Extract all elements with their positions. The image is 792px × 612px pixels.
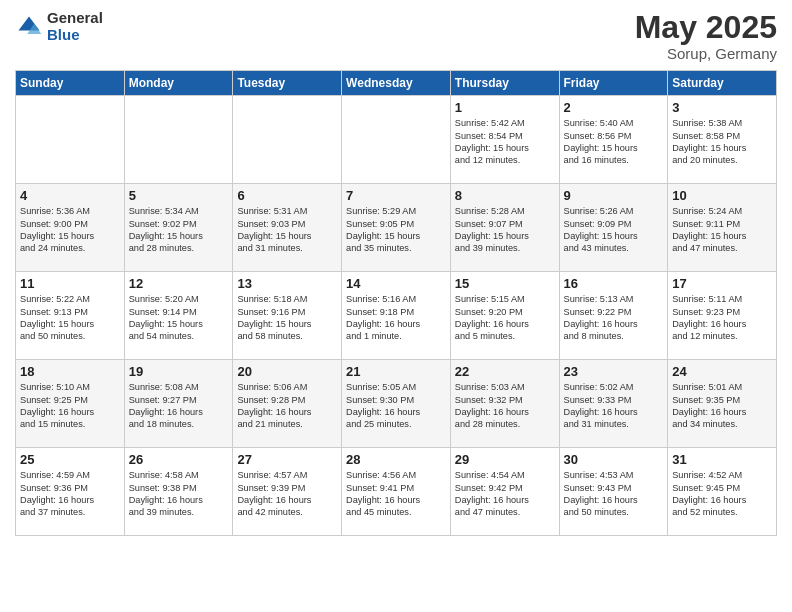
logo: General Blue <box>15 10 103 43</box>
calendar-cell: 17Sunrise: 5:11 AM Sunset: 9:23 PM Dayli… <box>668 272 777 360</box>
day-number: 1 <box>455 100 555 115</box>
calendar-header: Sunday Monday Tuesday Wednesday Thursday… <box>16 71 777 96</box>
calendar-cell: 3Sunrise: 5:38 AM Sunset: 8:58 PM Daylig… <box>668 96 777 184</box>
calendar-cell: 2Sunrise: 5:40 AM Sunset: 8:56 PM Daylig… <box>559 96 668 184</box>
day-content: Sunrise: 5:06 AM Sunset: 9:28 PM Dayligh… <box>237 381 337 431</box>
logo-blue-text: Blue <box>47 27 103 44</box>
day-content: Sunrise: 5:34 AM Sunset: 9:02 PM Dayligh… <box>129 205 229 255</box>
day-content: Sunrise: 5:16 AM Sunset: 9:18 PM Dayligh… <box>346 293 446 343</box>
day-content: Sunrise: 4:52 AM Sunset: 9:45 PM Dayligh… <box>672 469 772 519</box>
day-content: Sunrise: 5:01 AM Sunset: 9:35 PM Dayligh… <box>672 381 772 431</box>
day-number: 19 <box>129 364 229 379</box>
day-number: 10 <box>672 188 772 203</box>
calendar-cell: 6Sunrise: 5:31 AM Sunset: 9:03 PM Daylig… <box>233 184 342 272</box>
day-content: Sunrise: 5:22 AM Sunset: 9:13 PM Dayligh… <box>20 293 120 343</box>
logo-icon <box>15 13 43 41</box>
header: General Blue May 2025 Sorup, Germany <box>15 10 777 62</box>
header-monday: Monday <box>124 71 233 96</box>
day-number: 21 <box>346 364 446 379</box>
day-content: Sunrise: 5:29 AM Sunset: 9:05 PM Dayligh… <box>346 205 446 255</box>
day-content: Sunrise: 5:05 AM Sunset: 9:30 PM Dayligh… <box>346 381 446 431</box>
day-content: Sunrise: 5:10 AM Sunset: 9:25 PM Dayligh… <box>20 381 120 431</box>
day-number: 24 <box>672 364 772 379</box>
day-number: 5 <box>129 188 229 203</box>
day-number: 26 <box>129 452 229 467</box>
day-number: 8 <box>455 188 555 203</box>
day-content: Sunrise: 4:54 AM Sunset: 9:42 PM Dayligh… <box>455 469 555 519</box>
calendar-cell: 5Sunrise: 5:34 AM Sunset: 9:02 PM Daylig… <box>124 184 233 272</box>
calendar-page: General Blue May 2025 Sorup, Germany Sun… <box>0 0 792 612</box>
day-number: 12 <box>129 276 229 291</box>
day-content: Sunrise: 5:40 AM Sunset: 8:56 PM Dayligh… <box>564 117 664 167</box>
day-number: 25 <box>20 452 120 467</box>
calendar-cell: 15Sunrise: 5:15 AM Sunset: 9:20 PM Dayli… <box>450 272 559 360</box>
day-number: 18 <box>20 364 120 379</box>
day-content: Sunrise: 5:38 AM Sunset: 8:58 PM Dayligh… <box>672 117 772 167</box>
day-content: Sunrise: 5:11 AM Sunset: 9:23 PM Dayligh… <box>672 293 772 343</box>
day-content: Sunrise: 4:56 AM Sunset: 9:41 PM Dayligh… <box>346 469 446 519</box>
day-content: Sunrise: 5:24 AM Sunset: 9:11 PM Dayligh… <box>672 205 772 255</box>
calendar-table: Sunday Monday Tuesday Wednesday Thursday… <box>15 70 777 536</box>
day-number: 11 <box>20 276 120 291</box>
day-number: 14 <box>346 276 446 291</box>
day-number: 23 <box>564 364 664 379</box>
calendar-cell: 16Sunrise: 5:13 AM Sunset: 9:22 PM Dayli… <box>559 272 668 360</box>
day-content: Sunrise: 5:15 AM Sunset: 9:20 PM Dayligh… <box>455 293 555 343</box>
header-saturday: Saturday <box>668 71 777 96</box>
header-wednesday: Wednesday <box>342 71 451 96</box>
day-number: 2 <box>564 100 664 115</box>
day-number: 27 <box>237 452 337 467</box>
calendar-week-2: 4Sunrise: 5:36 AM Sunset: 9:00 PM Daylig… <box>16 184 777 272</box>
calendar-cell: 27Sunrise: 4:57 AM Sunset: 9:39 PM Dayli… <box>233 448 342 536</box>
day-number: 16 <box>564 276 664 291</box>
calendar-cell: 30Sunrise: 4:53 AM Sunset: 9:43 PM Dayli… <box>559 448 668 536</box>
header-friday: Friday <box>559 71 668 96</box>
calendar-cell <box>342 96 451 184</box>
calendar-subtitle: Sorup, Germany <box>635 45 777 62</box>
calendar-cell: 13Sunrise: 5:18 AM Sunset: 9:16 PM Dayli… <box>233 272 342 360</box>
calendar-title: May 2025 <box>635 10 777 45</box>
day-number: 28 <box>346 452 446 467</box>
header-tuesday: Tuesday <box>233 71 342 96</box>
day-number: 9 <box>564 188 664 203</box>
day-number: 31 <box>672 452 772 467</box>
calendar-cell <box>16 96 125 184</box>
calendar-cell <box>124 96 233 184</box>
calendar-cell: 31Sunrise: 4:52 AM Sunset: 9:45 PM Dayli… <box>668 448 777 536</box>
day-content: Sunrise: 4:59 AM Sunset: 9:36 PM Dayligh… <box>20 469 120 519</box>
calendar-cell: 10Sunrise: 5:24 AM Sunset: 9:11 PM Dayli… <box>668 184 777 272</box>
calendar-cell: 23Sunrise: 5:02 AM Sunset: 9:33 PM Dayli… <box>559 360 668 448</box>
day-content: Sunrise: 5:08 AM Sunset: 9:27 PM Dayligh… <box>129 381 229 431</box>
calendar-cell: 8Sunrise: 5:28 AM Sunset: 9:07 PM Daylig… <box>450 184 559 272</box>
day-content: Sunrise: 4:58 AM Sunset: 9:38 PM Dayligh… <box>129 469 229 519</box>
day-number: 29 <box>455 452 555 467</box>
calendar-cell: 1Sunrise: 5:42 AM Sunset: 8:54 PM Daylig… <box>450 96 559 184</box>
day-number: 13 <box>237 276 337 291</box>
calendar-cell: 20Sunrise: 5:06 AM Sunset: 9:28 PM Dayli… <box>233 360 342 448</box>
logo-general-text: General <box>47 10 103 27</box>
calendar-week-5: 25Sunrise: 4:59 AM Sunset: 9:36 PM Dayli… <box>16 448 777 536</box>
day-number: 20 <box>237 364 337 379</box>
calendar-cell: 12Sunrise: 5:20 AM Sunset: 9:14 PM Dayli… <box>124 272 233 360</box>
calendar-week-3: 11Sunrise: 5:22 AM Sunset: 9:13 PM Dayli… <box>16 272 777 360</box>
day-content: Sunrise: 5:20 AM Sunset: 9:14 PM Dayligh… <box>129 293 229 343</box>
calendar-cell: 22Sunrise: 5:03 AM Sunset: 9:32 PM Dayli… <box>450 360 559 448</box>
header-row: Sunday Monday Tuesday Wednesday Thursday… <box>16 71 777 96</box>
calendar-cell: 25Sunrise: 4:59 AM Sunset: 9:36 PM Dayli… <box>16 448 125 536</box>
day-number: 4 <box>20 188 120 203</box>
day-content: Sunrise: 5:42 AM Sunset: 8:54 PM Dayligh… <box>455 117 555 167</box>
logo-text: General Blue <box>47 10 103 43</box>
day-content: Sunrise: 5:03 AM Sunset: 9:32 PM Dayligh… <box>455 381 555 431</box>
day-number: 7 <box>346 188 446 203</box>
calendar-cell: 29Sunrise: 4:54 AM Sunset: 9:42 PM Dayli… <box>450 448 559 536</box>
calendar-cell: 9Sunrise: 5:26 AM Sunset: 9:09 PM Daylig… <box>559 184 668 272</box>
calendar-cell: 28Sunrise: 4:56 AM Sunset: 9:41 PM Dayli… <box>342 448 451 536</box>
day-content: Sunrise: 5:36 AM Sunset: 9:00 PM Dayligh… <box>20 205 120 255</box>
day-content: Sunrise: 4:53 AM Sunset: 9:43 PM Dayligh… <box>564 469 664 519</box>
day-content: Sunrise: 5:31 AM Sunset: 9:03 PM Dayligh… <box>237 205 337 255</box>
header-sunday: Sunday <box>16 71 125 96</box>
calendar-cell: 24Sunrise: 5:01 AM Sunset: 9:35 PM Dayli… <box>668 360 777 448</box>
calendar-cell: 19Sunrise: 5:08 AM Sunset: 9:27 PM Dayli… <box>124 360 233 448</box>
calendar-cell: 4Sunrise: 5:36 AM Sunset: 9:00 PM Daylig… <box>16 184 125 272</box>
day-content: Sunrise: 5:13 AM Sunset: 9:22 PM Dayligh… <box>564 293 664 343</box>
